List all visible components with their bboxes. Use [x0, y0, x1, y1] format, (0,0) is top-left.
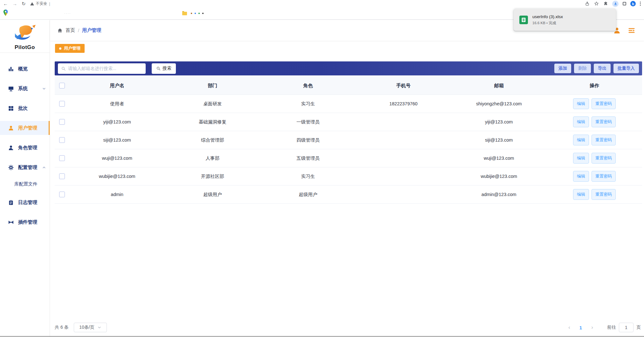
chrome-menu-icon[interactable] — [640, 2, 641, 6]
reset-password-button[interactable]: 重置密码 — [592, 189, 616, 200]
search-icon — [156, 66, 161, 71]
column-header: 用户名 — [69, 83, 165, 89]
cell-department: 桌面研发 — [165, 101, 260, 107]
edit-button[interactable]: 编辑 — [573, 116, 589, 127]
reload-icon[interactable]: ↻ — [22, 1, 26, 6]
sidebar: PilotGo 概览 系统 批次 — [0, 20, 50, 337]
sidebar-item-label: 插件管理 — [18, 219, 37, 225]
reset-password-button[interactable]: 重置密码 — [592, 171, 616, 182]
delete-button[interactable]: 删除 — [574, 64, 591, 73]
chevron-down-icon — [98, 325, 101, 330]
breadcrumb-current: 用户管理 — [82, 27, 101, 33]
breadcrumb-home[interactable]: 首页 — [66, 27, 75, 33]
page-number[interactable]: 1 — [576, 325, 585, 330]
sidebar-item-system[interactable]: 系统 — [0, 81, 50, 95]
app-logo[interactable]: PilotGo — [0, 20, 50, 53]
bookmark-star-icon[interactable] — [594, 1, 599, 6]
logo-text: PilotGo — [15, 44, 35, 51]
chart-icon — [8, 66, 14, 72]
maps-pin-favicon[interactable] — [3, 9, 8, 18]
breadcrumb: 首页 / 用户管理 — [57, 27, 101, 33]
collapse-menu-icon[interactable] — [627, 27, 636, 34]
sidebar-item-plugin-management[interactable]: 插件管理 — [0, 215, 50, 229]
sidebar-item-label: 系统 — [18, 86, 28, 92]
cell-username: 使用者 — [69, 101, 165, 107]
table-row: admin 超级用户 超级用户 admin@123.com 编辑 重置密码 — [55, 186, 642, 204]
table-header: 用户名 部门 角色 手机号 邮箱 操作 — [55, 77, 642, 95]
search-input-wrapper — [58, 63, 146, 74]
edit-button[interactable]: 编辑 — [573, 98, 589, 109]
row-checkbox[interactable] — [59, 155, 65, 161]
cell-department: 超级用户 — [165, 192, 260, 198]
chevron-up-icon — [42, 165, 46, 170]
row-checkbox[interactable] — [59, 101, 65, 107]
reset-password-button[interactable]: 重置密码 — [592, 116, 616, 127]
next-page-button[interactable]: › — [587, 324, 597, 331]
tab-square-icon[interactable] — [623, 2, 626, 5]
sidebar-item-config-management[interactable]: 配置管理 — [0, 160, 50, 174]
forward-icon[interactable]: → — [12, 1, 17, 6]
sidebar-item-overview[interactable]: 概览 — [0, 62, 50, 76]
sidebar-item-user-management[interactable]: 用户管理 — [0, 121, 50, 135]
extensions-icon[interactable] — [603, 1, 608, 6]
page-size-select[interactable]: 10条/页 — [74, 323, 107, 332]
sidebar-item-log-management[interactable]: 日志管理 — [0, 195, 50, 209]
reset-password-button[interactable]: 重置密码 — [592, 98, 616, 109]
page-tag[interactable]: 用户管理 — [55, 44, 85, 53]
row-checkbox[interactable] — [59, 192, 65, 197]
edit-button[interactable]: 编辑 — [573, 171, 589, 182]
table-row: wuji@123.com 人事部 五级管理员 wuji@123.com 编辑 重… — [55, 149, 642, 167]
sidebar-item-role-management[interactable]: 角色管理 — [0, 141, 50, 155]
cell-username: siji@123.com — [69, 137, 165, 143]
reset-password-button[interactable]: 重置密码 — [592, 135, 616, 145]
search-icon — [61, 66, 66, 71]
address-bar[interactable]: 不安全 | — [30, 1, 50, 6]
cell-email: wubijie@123.com — [451, 174, 547, 179]
column-header: 角色 — [260, 83, 356, 89]
total-count: 共 6 条 — [55, 325, 69, 330]
sidebar-subitem-config-file[interactable]: 库配置文件 — [0, 178, 50, 190]
download-filename: userInfo (3).xlsx — [532, 14, 563, 19]
tag-dot-icon — [59, 47, 61, 50]
add-button[interactable]: 添加 — [554, 64, 571, 73]
export-button[interactable]: 导出 — [594, 64, 611, 73]
pilotgo-logo-icon — [13, 24, 37, 44]
edit-button[interactable]: 编辑 — [573, 189, 589, 200]
row-checkbox[interactable] — [59, 173, 65, 179]
table-toolbar: 搜索 添加 删除 导出 批量导入 — [55, 61, 642, 75]
goto-page-input[interactable] — [619, 323, 634, 332]
edit-button[interactable]: 编辑 — [573, 153, 589, 164]
table-row: 使用者 桌面研发 实习生 18222379760 shiyongzhe@123.… — [55, 95, 642, 113]
column-header: 邮箱 — [451, 83, 547, 89]
reset-password-button[interactable]: 重置密码 — [592, 153, 616, 164]
security-label: 不安全 — [36, 1, 47, 6]
back-icon[interactable]: ← — [3, 1, 8, 6]
bookmark-folder-icon[interactable] — [182, 12, 187, 15]
row-checkbox[interactable] — [59, 137, 65, 143]
search-button[interactable]: 搜索 — [152, 63, 176, 74]
window-bottom-edge — [0, 336, 644, 337]
goto-label: 前往 — [607, 325, 616, 330]
download-notification[interactable]: userInfo (3).xlsx 16.6 KB • 完成 — [514, 9, 616, 31]
share-icon[interactable] — [585, 1, 590, 6]
not-secure-warning-icon — [30, 2, 34, 5]
cell-phone: 18222379760 — [356, 101, 451, 106]
prev-page-button[interactable]: ‹ — [564, 324, 574, 331]
bookmark-item[interactable]: ···· — [64, 12, 71, 15]
edit-button[interactable]: 编辑 — [573, 135, 589, 145]
breadcrumb-separator: / — [78, 28, 79, 33]
sidebar-item-label: 用户管理 — [18, 125, 37, 131]
row-checkbox[interactable] — [59, 119, 65, 125]
select-all-checkbox[interactable] — [59, 83, 65, 88]
column-header: 手机号 — [356, 83, 451, 89]
download-icon[interactable] — [612, 1, 619, 7]
bookmark-item[interactable] — [191, 13, 204, 14]
cell-username: admin — [69, 192, 165, 197]
profile-avatar[interactable]: b — [630, 1, 636, 6]
sidebar-item-batch[interactable]: 批次 — [0, 101, 50, 115]
search-input[interactable] — [68, 66, 142, 71]
cell-department: 开源社区部 — [165, 173, 260, 179]
bulk-import-button[interactable]: 批量导入 — [613, 64, 639, 73]
cell-role: 四级管理员 — [260, 137, 356, 143]
table-row: wubijie@123.com 开源社区部 实习生 wubijie@123.co… — [55, 167, 642, 186]
